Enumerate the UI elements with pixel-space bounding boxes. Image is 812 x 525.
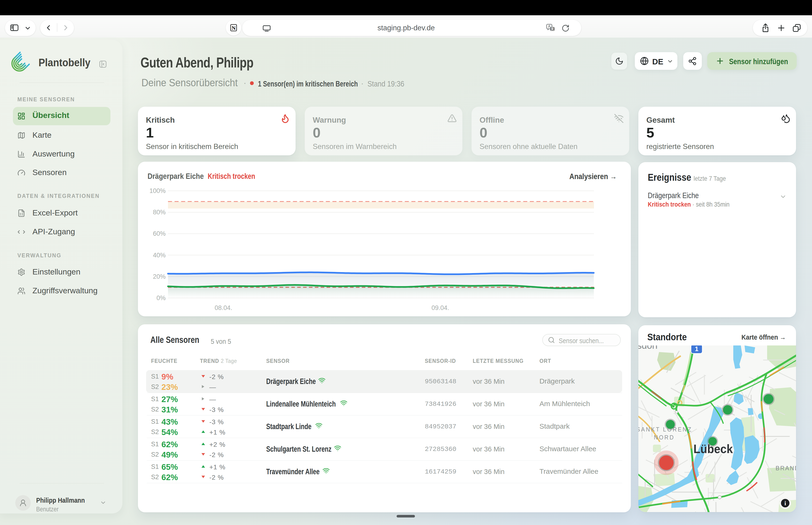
svg-text:40%: 40% (153, 252, 166, 259)
svg-text:sdorf: sdorf (638, 345, 658, 351)
svg-text:09.04.: 09.04. (431, 304, 449, 311)
svg-text:0%: 0% (156, 295, 166, 301)
svg-text:100%: 100% (150, 187, 166, 194)
svg-text:i: i (784, 500, 786, 507)
svg-text:SANKT LORENZ: SANKT LORENZ (638, 426, 692, 433)
svg-text:80%: 80% (153, 209, 166, 216)
svg-text:NORD: NORD (654, 434, 675, 441)
svg-text:20%: 20% (153, 273, 166, 280)
svg-text:N: N (232, 25, 236, 31)
svg-text:BRANDEN: BRANDEN (776, 465, 796, 471)
svg-text:文: 文 (551, 27, 554, 31)
svg-text:1: 1 (695, 345, 698, 352)
svg-text:08.04.: 08.04. (215, 304, 232, 311)
svg-text:60%: 60% (153, 230, 166, 237)
